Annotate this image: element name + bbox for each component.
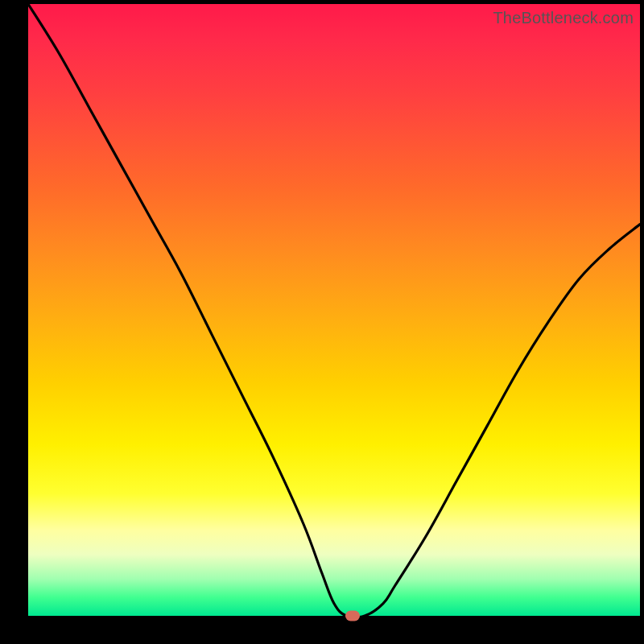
optimal-point-marker (345, 611, 360, 621)
chart-plot-area: TheBottleneck.com (28, 4, 640, 616)
bottleneck-curve (28, 4, 640, 616)
